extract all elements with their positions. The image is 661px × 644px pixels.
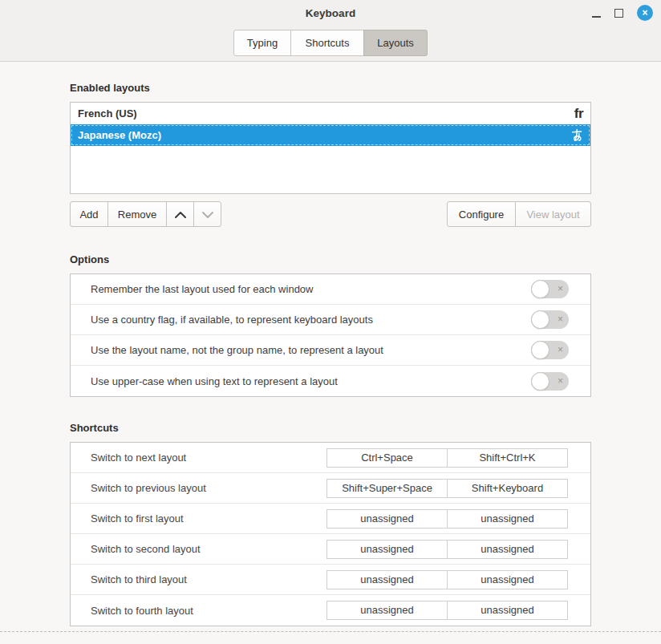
shortcut-row-second-layout: Switch to second layout unassigned unass… [71,534,590,565]
toggle-off-x-icon: × [558,341,563,359]
option-row-layout-name: Use the layout name, not the group name,… [71,335,590,366]
shortcut-binding-2[interactable]: unassigned [447,509,568,529]
enabled-layouts-section: Enabled layouts French (US) fr Japanese … [70,82,591,227]
tab-shortcuts[interactable]: Shortcuts [290,30,364,56]
tab-bar: Typing Shortcuts Layouts [0,26,661,61]
toggle-knob [531,372,549,391]
shortcuts-section: Shortcuts Switch to next layout Ctrl+Spa… [70,422,591,626]
layout-row-french-us[interactable]: French (US) fr [71,103,590,124]
option-row-upper-case: Use upper-case when using text to repres… [71,366,590,396]
toggle-off-x-icon: × [558,310,563,329]
shortcut-bindings: unassigned unassigned [326,570,568,589]
close-button[interactable]: × [637,5,653,21]
shortcut-bindings: unassigned unassigned [326,601,568,620]
toggle-knob [531,310,549,329]
tab-layouts[interactable]: Layouts [363,30,428,56]
chevron-down-icon [202,209,213,221]
shortcut-label: Switch to first layout [91,512,326,525]
option-label: Use the layout name, not the group name,… [91,344,383,356]
shortcut-binding-1[interactable]: Shift+Super+Space [326,479,448,498]
shortcut-bindings: Shift+Super+Space Shift+Keyboard [326,479,568,498]
maximize-icon[interactable] [614,9,623,18]
toggle-layout-name[interactable]: × [531,341,569,359]
window-header: Keyboard × Typing Shortcuts Layouts [0,0,661,62]
shortcut-row-next-layout: Switch to next layout Ctrl+Space Shift+C… [71,443,590,473]
enabled-layouts-list: French (US) fr Japanese (Mozc) [70,102,591,194]
list-actions: Add Remove [70,201,591,227]
chevron-up-icon [175,209,186,221]
add-button[interactable]: Add [70,201,108,227]
view-layout-button[interactable]: View layout [515,201,591,227]
shortcut-row-previous-layout: Switch to previous layout Shift+Super+Sp… [71,473,590,504]
shortcut-bindings: unassigned unassigned [326,509,568,529]
shortcut-row-fourth-layout: Switch to fourth layout unassigned unass… [71,595,590,626]
shortcut-binding-1[interactable]: unassigned [326,509,448,529]
option-label: Use upper-case when using text to repres… [91,375,338,387]
tab-typing[interactable]: Typing [233,30,291,56]
layout-edit-buttons: Add Remove [70,201,221,227]
option-label: Use a country flag, if available, to rep… [91,314,373,326]
titlebar: Keyboard × [0,0,661,26]
options-list: Remember the last layout used for each w… [70,273,591,397]
toggle-upper-case[interactable]: × [531,372,569,391]
option-label: Remember the last layout used for each w… [91,283,313,295]
toggle-knob [531,280,549,298]
shortcut-binding-1[interactable]: unassigned [326,601,448,620]
hiragana-a-icon [570,128,583,142]
shortcut-binding-2[interactable]: unassigned [447,601,568,620]
layout-row-japanese-mozc[interactable]: Japanese (Mozc) [71,124,590,146]
shortcut-label: Switch to fourth layout [91,605,326,617]
toggle-remember-layout[interactable]: × [531,280,569,298]
shortcut-label: Switch to second layout [91,543,326,555]
layouts-panel: Enabled layouts French (US) fr Japanese … [0,62,661,626]
shortcut-label: Switch to next layout [91,452,326,464]
shortcuts-heading: Shortcuts [70,422,591,435]
layout-name: French (US) [78,107,137,119]
layout-name: Japanese (Mozc) [78,129,161,141]
keyboard-settings-window: Keyboard × Typing Shortcuts Layouts [0,0,661,644]
toggle-country-flag[interactable]: × [531,310,569,329]
toggle-knob [531,341,549,359]
shortcut-bindings: Ctrl+Space Shift+Ctrl+K [326,448,568,468]
shortcut-row-first-layout: Switch to first layout unassigned unassi… [71,504,590,534]
layout-config-buttons: Configure View layout [447,201,591,227]
option-row-remember-layout: Remember the last layout used for each w… [71,274,590,305]
option-row-country-flag: Use a country flag, if available, to rep… [71,305,590,335]
shortcut-binding-2[interactable]: unassigned [447,570,568,589]
layout-badge-fr: fr [574,106,583,122]
remove-button[interactable]: Remove [107,201,167,227]
shortcuts-list: Switch to next layout Ctrl+Space Shift+C… [70,442,591,626]
minimize-icon[interactable] [592,16,601,18]
shortcut-label: Switch to previous layout [91,482,326,494]
enabled-layouts-heading: Enabled layouts [70,82,591,95]
options-section: Options Remember the last layout used fo… [70,253,591,397]
shortcut-label: Switch to third layout [91,573,326,585]
shortcut-binding-2[interactable]: unassigned [447,540,568,559]
shortcut-binding-2[interactable]: Shift+Ctrl+K [447,448,568,468]
shortcut-binding-1[interactable]: unassigned [326,540,448,559]
toggle-off-x-icon: × [558,280,563,298]
close-icon: × [642,8,647,18]
toggle-off-x-icon: × [558,372,563,391]
shortcut-row-third-layout: Switch to third layout unassigned unassi… [71,565,590,595]
shortcut-bindings: unassigned unassigned [326,540,568,559]
move-down-button[interactable] [193,201,221,227]
window-controls: × [592,0,653,26]
shortcut-binding-2[interactable]: Shift+Keyboard [447,479,568,498]
move-up-button[interactable] [166,201,194,227]
window-title: Keyboard [306,7,355,19]
bottom-divider [0,631,661,632]
options-heading: Options [70,253,591,266]
shortcut-binding-1[interactable]: Ctrl+Space [326,448,448,468]
configure-button[interactable]: Configure [447,201,516,227]
shortcut-binding-1[interactable]: unassigned [326,570,448,589]
